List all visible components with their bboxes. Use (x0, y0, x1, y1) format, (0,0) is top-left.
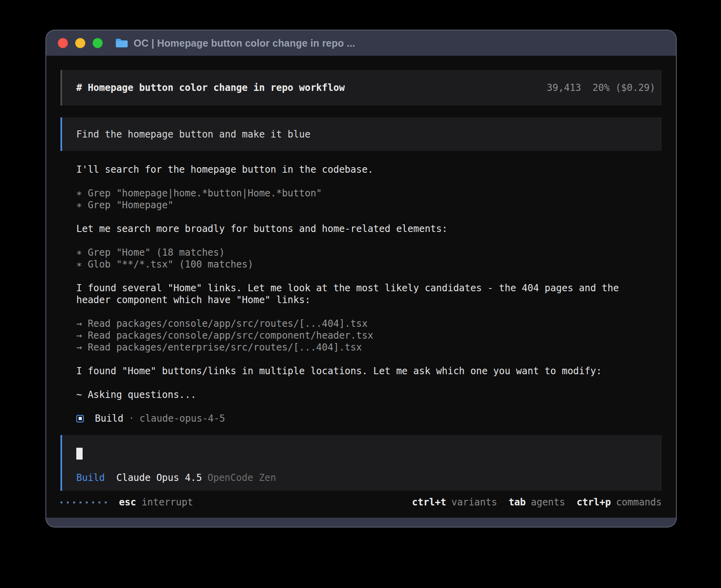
window-titlebar: OC | Homepage button color change in rep… (46, 30, 676, 56)
agent-status-line: Build · claude-opus-4-5 (76, 413, 662, 424)
status-bar-left: esc interrupt (60, 496, 193, 508)
tool-call-grep: ∗ Grep "homepage|home.*button|Home.*butt… (76, 187, 662, 199)
status-bar-right: ctrl+t variants tab agents ctrl+p comman… (412, 496, 662, 508)
status-bar: esc interrupt ctrl+t variants tab agents… (60, 496, 662, 508)
separator-dot: · (128, 413, 134, 424)
window-bottom-strip (46, 518, 676, 527)
terminal-content: # Homepage button color change in repo w… (46, 56, 676, 518)
assistant-text: I found several "Home" links. Let me loo… (76, 282, 642, 306)
minimize-window-button[interactable] (75, 38, 85, 48)
context-usage: 20% ($0.29) (593, 82, 655, 93)
shortcut-variants: ctrl+t variants (412, 496, 497, 508)
tool-call-read: → Read packages/console/app/src/componen… (76, 330, 662, 341)
assistant-text: I found "Home" buttons/links in multiple… (76, 365, 662, 377)
assistant-text: I'll search for the homepage button in t… (76, 164, 662, 175)
window-title: OC | Homepage button color change in rep… (134, 38, 355, 49)
esc-key-label: interrupt (142, 496, 193, 508)
input-provider-label: OpenCode Zen (208, 472, 276, 484)
session-stats: 39,41320% ($0.29) (501, 70, 655, 106)
agent-model: claude-opus-4-5 (140, 413, 225, 424)
session-title: # Homepage button color change in repo w… (76, 82, 345, 94)
spinner-dots-icon (60, 501, 107, 503)
tool-call-glob: ∗ Glob "**/*.tsx" (100 matches) (76, 258, 662, 270)
input-agent-label[interactable]: Build (76, 472, 105, 484)
assistant-text: Let me search more broadly for buttons a… (76, 223, 662, 235)
agent-name: Build (95, 413, 123, 424)
user-message: Find the homepage button and make it blu… (60, 117, 662, 151)
terminal-window: OC | Homepage button color change in rep… (45, 30, 677, 528)
input-model-label[interactable]: Claude Opus 4.5 (116, 472, 202, 484)
zoom-window-button[interactable] (92, 38, 103, 48)
text-cursor (76, 448, 83, 460)
shortcut-commands: ctrl+p commands (577, 496, 662, 508)
input-footer: Build Claude Opus 4.5 OpenCode Zen (76, 472, 647, 484)
tool-call-grep: ∗ Grep "Home" (18 matches) (76, 247, 662, 258)
close-window-button[interactable] (58, 38, 68, 48)
esc-key-hint: esc (119, 496, 136, 508)
prompt-input[interactable]: Build Claude Opus 4.5 OpenCode Zen (60, 435, 662, 491)
shortcut-agents: tab agents (509, 496, 565, 508)
session-header: # Homepage button color change in repo w… (60, 70, 662, 106)
status-asking-questions: ~ Asking questions... (76, 389, 662, 401)
blue-square-icon (76, 415, 84, 422)
tool-call-grep: ∗ Grep "Homepage" (76, 199, 662, 211)
folder-icon (115, 38, 128, 48)
tool-call-read: → Read packages/enterprise/src/routes/[.… (76, 341, 662, 353)
assistant-transcript: I'll search for the homepage button in t… (76, 164, 662, 424)
tool-call-read: → Read packages/console/app/src/routes/[… (76, 318, 662, 330)
token-count: 39,413 (547, 82, 581, 93)
user-message-text: Find the homepage button and make it blu… (76, 128, 310, 140)
